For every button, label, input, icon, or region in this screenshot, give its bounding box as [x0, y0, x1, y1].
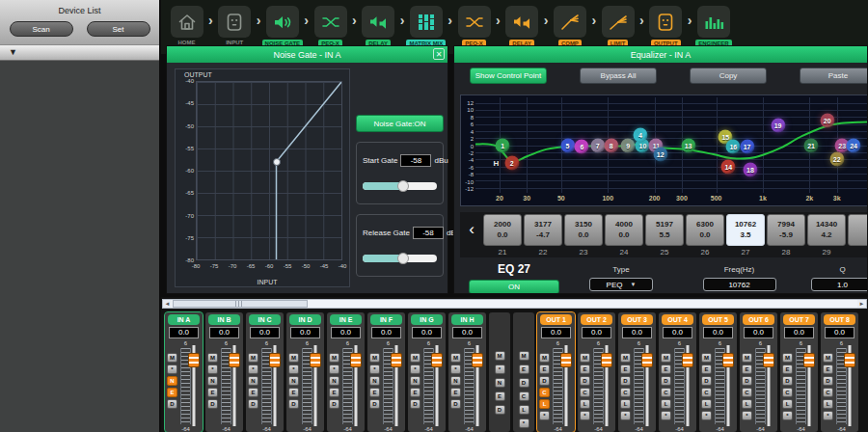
- fader-handle[interactable]: [763, 353, 774, 367]
- channel-button-c[interactable]: C: [782, 388, 793, 397]
- channel-strip-out-3[interactable]: OUT 30.0MEDCL*6-64: [618, 312, 656, 432]
- nav-item-input[interactable]: INPUT: [214, 6, 256, 45]
- eq-control-point-13[interactable]: 13: [681, 138, 695, 152]
- fader[interactable]: [188, 345, 200, 426]
- master-button-m[interactable]: M: [519, 351, 529, 361]
- channel-gain-value[interactable]: 0.0: [622, 327, 652, 338]
- nav-item-output[interactable]: OUTPUT: [645, 6, 687, 47]
- channel-gain-value[interactable]: 0.0: [582, 327, 611, 338]
- channel-strip-out-5[interactable]: OUT 50.0MEDCL*6-64: [699, 312, 737, 432]
- channel-button-d[interactable]: D: [580, 376, 590, 386]
- channel-button-*[interactable]: *: [580, 411, 590, 420]
- noise-gate-on-button[interactable]: Noise Gate:ON: [356, 115, 444, 132]
- nav-item-engineer[interactable]: ENGINEER: [692, 6, 734, 47]
- channel-gain-value[interactable]: 0.0: [209, 327, 239, 338]
- fader[interactable]: [310, 345, 321, 426]
- channel-button-m[interactable]: M: [620, 353, 631, 363]
- channel-button-m[interactable]: M: [823, 353, 833, 363]
- eq-control-point-5[interactable]: 5: [560, 138, 575, 152]
- eq-control-point-4[interactable]: 4: [633, 127, 647, 142]
- master-button-*[interactable]: *: [519, 418, 529, 428]
- channel-button-e[interactable]: E: [742, 364, 752, 374]
- channel-gain-value[interactable]: 0.0: [250, 327, 280, 338]
- eq-control-point-19[interactable]: 19: [771, 119, 785, 133]
- band-prev-arrow[interactable]: ‹: [460, 214, 483, 257]
- channel-button-m[interactable]: M: [167, 353, 177, 363]
- channel-strip-in-d[interactable]: IN D0.0M*NED6-64: [286, 312, 324, 432]
- band-button-partial[interactable]: [848, 214, 868, 246]
- eq-control-point-21[interactable]: 21: [804, 138, 819, 152]
- channel-button-d[interactable]: D: [742, 376, 752, 386]
- fader-handle[interactable]: [844, 353, 855, 367]
- scan-button[interactable]: Scan: [10, 21, 73, 37]
- channel-button-c[interactable]: C: [701, 388, 712, 397]
- band-button-29[interactable]: 143404.2: [807, 214, 846, 246]
- eq-control-point-14[interactable]: 14: [721, 159, 736, 174]
- channel-button-*[interactable]: *: [248, 364, 258, 374]
- scroll-left-arrow[interactable]: ◄: [163, 300, 172, 309]
- channel-strip-in-e[interactable]: IN E0.0M*NED6-64: [327, 312, 365, 432]
- fader-handle[interactable]: [803, 353, 815, 367]
- channel-button-*[interactable]: *: [410, 364, 420, 374]
- channel-button-e[interactable]: E: [620, 364, 631, 374]
- channel-strip-out-2[interactable]: OUT 20.0MEDCL*6-64: [578, 312, 615, 432]
- channel-button-m[interactable]: M: [248, 353, 258, 363]
- channel-button-d[interactable]: D: [661, 376, 671, 386]
- channel-button-e[interactable]: E: [410, 388, 420, 397]
- channel-button-*[interactable]: *: [207, 364, 218, 374]
- channel-button-m[interactable]: M: [742, 353, 752, 363]
- fader[interactable]: [229, 345, 240, 426]
- fader[interactable]: [269, 345, 281, 426]
- band-button-28[interactable]: 7994-5.9: [767, 214, 805, 246]
- master-strip-inputs[interactable]: M*NED: [489, 312, 510, 432]
- channel-button-n[interactable]: N: [410, 376, 420, 386]
- fader-handle[interactable]: [350, 353, 362, 367]
- device-tree-expander[interactable]: ▼: [0, 44, 159, 61]
- fader[interactable]: [722, 345, 734, 426]
- eq-control-point-8[interactable]: 8: [604, 138, 618, 152]
- channel-button-e[interactable]: E: [207, 388, 218, 397]
- fader-handle[interactable]: [229, 353, 240, 367]
- channel-button-*[interactable]: *: [661, 411, 671, 420]
- channel-strip-in-a[interactable]: IN A0.0M*NED6-64: [165, 312, 203, 432]
- fader-handle[interactable]: [601, 353, 612, 367]
- band-button-25[interactable]: 51975.5: [645, 214, 684, 246]
- master-button-*[interactable]: *: [495, 364, 505, 374]
- fader[interactable]: [682, 345, 693, 426]
- fader-handle[interactable]: [431, 353, 443, 367]
- channel-button-l[interactable]: L: [742, 399, 752, 409]
- nav-item-peq-x[interactable]: PEQ-X: [453, 6, 495, 47]
- channel-button-*[interactable]: *: [782, 411, 793, 420]
- channel-button-d[interactable]: D: [167, 399, 177, 409]
- channel-button-*[interactable]: *: [369, 364, 380, 374]
- channel-strip-out-6[interactable]: OUT 60.0MEDCL*6-64: [740, 312, 777, 432]
- channel-button-e[interactable]: E: [288, 388, 299, 397]
- channel-button-d[interactable]: D: [539, 376, 550, 386]
- eq-control-point-1[interactable]: 1: [496, 138, 510, 152]
- channel-gain-value[interactable]: 0.0: [825, 327, 854, 338]
- channel-strip-in-h[interactable]: IN H0.0M*NED6-64: [448, 312, 486, 432]
- master-button-n[interactable]: N: [495, 378, 505, 388]
- channel-button-*[interactable]: *: [288, 364, 299, 374]
- channel-gain-value[interactable]: 0.0: [703, 327, 733, 338]
- eq-control-point-20[interactable]: 20: [820, 113, 834, 127]
- channel-button-*[interactable]: *: [539, 411, 550, 420]
- eq-control-point-18[interactable]: 18: [743, 163, 757, 177]
- channel-button-c[interactable]: C: [823, 388, 833, 397]
- channel-gain-value[interactable]: 0.0: [744, 327, 773, 338]
- master-button-d[interactable]: D: [519, 378, 529, 388]
- channel-gain-value[interactable]: 0.0: [663, 327, 692, 338]
- set-button[interactable]: Set: [87, 21, 150, 37]
- eq-control-point-24[interactable]: 24: [847, 138, 861, 152]
- channel-button-e[interactable]: E: [539, 364, 550, 374]
- eq-control-point-2[interactable]: 2: [504, 155, 519, 170]
- release-gate-slider-handle[interactable]: [397, 253, 409, 264]
- close-icon[interactable]: ✕: [433, 48, 445, 60]
- channel-button-n[interactable]: N: [450, 376, 461, 386]
- eq-control-point-17[interactable]: 17: [740, 140, 754, 154]
- channel-button-d[interactable]: D: [782, 376, 793, 386]
- master-button-m[interactable]: M: [495, 351, 505, 361]
- nav-item-home[interactable]: HOME: [166, 6, 207, 45]
- channel-button-d[interactable]: D: [369, 399, 380, 409]
- eq-control-point-9[interactable]: 9: [621, 138, 636, 152]
